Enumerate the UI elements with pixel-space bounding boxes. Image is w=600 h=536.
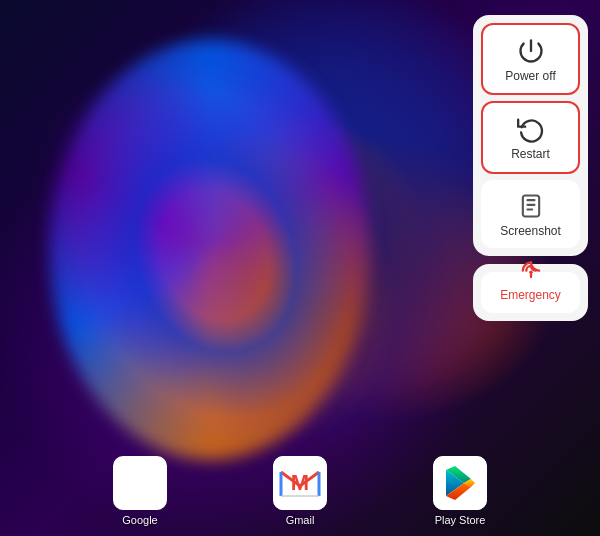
dock-item-gmail[interactable]: M Gmail bbox=[273, 456, 327, 526]
screenshot-icon bbox=[517, 192, 545, 220]
restart-label: Restart bbox=[511, 147, 550, 161]
screenshot-label: Screenshot bbox=[500, 224, 561, 238]
google-label: Google bbox=[122, 514, 157, 526]
dock: Google M Gmail bbox=[0, 446, 600, 536]
svg-text:M: M bbox=[291, 470, 309, 495]
restart-icon bbox=[517, 115, 545, 143]
emergency-label: Emergency bbox=[500, 288, 561, 302]
google-app-icon bbox=[113, 456, 167, 510]
power-off-button[interactable]: Power off bbox=[481, 23, 580, 95]
gmail-app-icon: M bbox=[273, 456, 327, 510]
dock-item-playstore[interactable]: Play Store bbox=[433, 456, 487, 526]
dock-item-google[interactable]: Google bbox=[113, 456, 167, 526]
gmail-svg: M bbox=[273, 456, 327, 510]
emergency-button[interactable]: Emergency bbox=[481, 272, 580, 312]
power-off-label: Power off bbox=[505, 69, 555, 83]
restart-button[interactable]: Restart bbox=[481, 101, 580, 173]
power-off-icon bbox=[517, 37, 545, 65]
screenshot-button[interactable]: Screenshot bbox=[481, 180, 580, 248]
gmail-label: Gmail bbox=[286, 514, 315, 526]
power-menu-bottom-group: Emergency bbox=[473, 264, 588, 320]
svg-rect-0 bbox=[522, 195, 538, 216]
power-menu-top-group: Power off Restart Screenshot bbox=[473, 15, 588, 256]
power-menu: Power off Restart Screenshot bbox=[473, 15, 588, 321]
playstore-svg bbox=[433, 456, 487, 510]
emergency-broadcast-icon bbox=[517, 256, 545, 284]
playstore-label: Play Store bbox=[435, 514, 486, 526]
playstore-app-icon bbox=[433, 456, 487, 510]
